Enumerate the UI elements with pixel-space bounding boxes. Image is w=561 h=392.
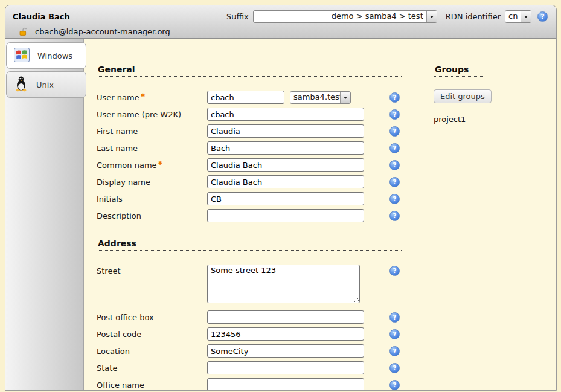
field-label: State xyxy=(97,364,117,373)
help-icon[interactable]: ? xyxy=(389,312,400,323)
account-editor-window: Claudia Bach Suffix demo > samba4 > test… xyxy=(5,5,557,391)
suffix-select[interactable]: demo > samba4 > test xyxy=(253,10,437,23)
form-row-display-name: Display name ? xyxy=(97,175,402,188)
form-row-office-name: Office name ? xyxy=(97,378,402,391)
form-row-postal-code: Postal code ? xyxy=(97,327,402,341)
field-label: Common name xyxy=(97,161,157,170)
form-row-po-box: Post office box ? xyxy=(97,310,402,324)
field-label: Last name xyxy=(97,144,138,153)
help-icon[interactable]: ? xyxy=(389,109,400,120)
form-row-state: State ? xyxy=(97,361,402,374)
help-icon[interactable]: ? xyxy=(537,11,548,22)
section-title-general: General xyxy=(97,65,402,77)
tab-unix[interactable]: Unix xyxy=(6,71,86,98)
help-icon[interactable]: ? xyxy=(389,143,400,153)
section-title-address: Address xyxy=(97,239,402,251)
help-icon[interactable]: ? xyxy=(389,329,400,339)
form-row-pre-w2k: User name (pre W2K) ? xyxy=(97,108,402,121)
field-label: Postal code xyxy=(97,330,141,339)
form-row-location: Location ? xyxy=(97,344,402,358)
form-row-first-name: First name ? xyxy=(97,124,402,138)
help-icon[interactable]: ? xyxy=(389,266,400,276)
description-input[interactable] xyxy=(207,209,364,222)
help-icon[interactable]: ? xyxy=(389,194,400,204)
module-tab-bar: Windows xyxy=(5,39,84,390)
required-marker: ✱ xyxy=(141,92,146,98)
help-icon[interactable]: ? xyxy=(389,363,400,373)
rdn-identifier-label: RDN identifier xyxy=(446,12,501,21)
form-row-common-name: Common name✱ ? xyxy=(97,158,402,172)
section-general: General User name✱ samba4.test ? xyxy=(97,65,402,222)
first-name-input[interactable] xyxy=(207,124,364,138)
group-member: project1 xyxy=(434,115,492,124)
form-row-user-name: User name✱ samba4.test ? xyxy=(97,91,402,104)
section-title-groups: Groups xyxy=(434,65,483,77)
help-icon[interactable]: ? xyxy=(389,160,400,170)
chevron-down-icon xyxy=(340,92,350,103)
help-icon[interactable]: ? xyxy=(389,92,400,103)
tab-label: Windows xyxy=(37,51,72,60)
state-input[interactable] xyxy=(207,361,364,374)
suffix-label: Suffix xyxy=(226,12,249,21)
initials-input[interactable] xyxy=(207,192,364,205)
tab-label: Unix xyxy=(36,80,54,89)
help-icon[interactable]: ? xyxy=(389,177,400,187)
tab-windows[interactable]: Windows xyxy=(6,42,86,69)
help-icon[interactable]: ? xyxy=(389,211,400,221)
unlock-icon xyxy=(19,27,29,36)
field-label: Display name xyxy=(97,178,150,187)
field-label: First name xyxy=(97,127,138,136)
street-textarea[interactable]: Some street 123 xyxy=(207,265,360,303)
header-bar: Claudia Bach Suffix demo > samba4 > test… xyxy=(5,5,556,39)
domain-select[interactable]: samba4.test xyxy=(290,91,351,104)
last-name-input[interactable] xyxy=(207,141,364,155)
field-label: Street xyxy=(97,266,121,275)
field-label: User name xyxy=(97,93,139,102)
help-icon[interactable]: ? xyxy=(389,346,400,356)
office-name-input[interactable] xyxy=(207,378,364,391)
section-address: Address Street Some street 123 ? Post of… xyxy=(97,239,402,391)
form-row-last-name: Last name ? xyxy=(97,141,402,155)
account-dn: cbach@ldap-account-manager.org xyxy=(35,27,170,36)
po-box-input[interactable] xyxy=(207,310,364,324)
tux-icon xyxy=(14,76,28,94)
section-groups: Groups Edit groups project1 xyxy=(434,65,492,390)
display-name-input[interactable] xyxy=(207,175,364,188)
pre-w2k-input[interactable] xyxy=(207,108,364,121)
page-title: Claudia Bach xyxy=(13,12,70,21)
common-name-input[interactable] xyxy=(207,158,364,172)
edit-groups-button[interactable]: Edit groups xyxy=(434,89,492,103)
rdn-identifier-select[interactable]: cn xyxy=(505,10,531,23)
field-label: Office name xyxy=(97,381,144,390)
field-label: Post office box xyxy=(97,313,154,322)
windows-icon xyxy=(14,48,30,64)
chevron-down-icon xyxy=(521,11,531,22)
help-icon[interactable]: ? xyxy=(389,380,400,390)
rdn-selected-value: cn xyxy=(505,11,521,22)
field-label: User name (pre W2K) xyxy=(97,110,181,119)
postal-code-input[interactable] xyxy=(207,327,364,341)
user-name-input[interactable] xyxy=(207,91,284,104)
required-marker: ✱ xyxy=(158,160,163,166)
field-label: Initials xyxy=(97,194,123,204)
help-icon[interactable]: ? xyxy=(389,126,400,137)
field-label: Location xyxy=(97,347,130,356)
field-label: Description xyxy=(97,211,141,220)
form-row-street: Street Some street 123 ? xyxy=(97,265,402,303)
location-input[interactable] xyxy=(207,344,364,358)
form-row-initials: Initials ? xyxy=(97,192,402,205)
suffix-selected-value: demo > samba4 > test xyxy=(254,11,426,22)
domain-selected-value: samba4.test xyxy=(290,92,340,103)
form-row-description: Description ? xyxy=(97,209,402,222)
chevron-down-icon xyxy=(426,11,437,22)
